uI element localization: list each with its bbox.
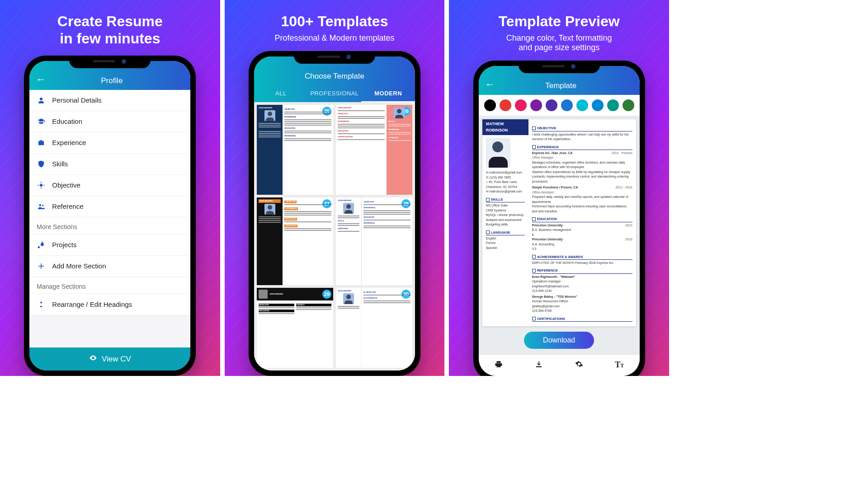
- settings-icon[interactable]: [559, 355, 599, 376]
- template-card-26[interactable]: 26 SKILLSREFERENCELANGUAGE JOHN MATHEWOB…: [336, 105, 412, 195]
- people-icon: [37, 202, 46, 211]
- row-experience[interactable]: Experience: [29, 132, 190, 154]
- svg-point-4: [92, 357, 94, 359]
- row-education[interactable]: Education: [29, 111, 190, 132]
- color-swatch-8[interactable]: [607, 99, 619, 111]
- color-swatch-9[interactable]: [623, 99, 634, 111]
- row-personal-details[interactable]: Personal Details: [29, 90, 190, 111]
- color-swatch-1[interactable]: [500, 99, 511, 111]
- text-format-icon[interactable]: TT: [599, 355, 640, 376]
- template-grid[interactable]: 25 JOHN MATHEW OBJECTIVEEXPERIENCEEDUCAT…: [254, 102, 415, 371]
- resume-preview: MATHEW ROBINSON ✉ matrobson@gmail.com ✆ …: [482, 119, 636, 326]
- resume-name: MATHEW ROBINSON: [482, 119, 528, 135]
- phone-frame-3: ← Template MATHEW ROBINSON ✉ matrobson@g…: [473, 61, 645, 376]
- education-icon: [37, 117, 46, 126]
- profile-title: Profile: [39, 76, 184, 85]
- panel-create-resume: Create Resumein few minutes ← Profile Pe…: [0, 0, 220, 376]
- sort-icon: [37, 300, 46, 309]
- row-projects[interactable]: Projects: [29, 235, 190, 256]
- panel3-heading: Template Preview Change color, Text form…: [491, 0, 627, 61]
- more-sections-label: More Sections: [29, 217, 190, 235]
- badge-27: 27: [322, 199, 331, 208]
- tab-all[interactable]: ALL: [254, 85, 308, 102]
- row-rearrange[interactable]: Rearrange / Edit Headings: [29, 294, 190, 315]
- eye-icon: [89, 354, 97, 364]
- print-icon[interactable]: [479, 355, 519, 376]
- manage-sections-label: Manage Sections: [29, 277, 190, 294]
- template-card-30[interactable]: 30 JOHN MATHEW ◆ OBJECTIVE◆ EXPERIENCE: [336, 288, 412, 368]
- template-appbar: ← Template: [479, 66, 640, 95]
- plus-icon: [37, 262, 46, 271]
- svg-point-3: [42, 205, 43, 206]
- svg-point-0: [40, 98, 42, 100]
- template-card-28[interactable]: 28 JOHN MATHEWSKILLSLANGUAGE OBJECTIVEEX…: [336, 197, 412, 286]
- tab-modern[interactable]: MODERN: [361, 85, 415, 102]
- panel1-heading: Create Resumein few minutes: [50, 0, 170, 56]
- avatar: [486, 138, 510, 168]
- panel-templates: 100+ Templates Professional & Modern tem…: [225, 0, 445, 376]
- color-swatch-7[interactable]: [592, 99, 604, 111]
- row-add-more-section[interactable]: Add More Section: [29, 256, 190, 277]
- download-icon[interactable]: [519, 355, 559, 376]
- download-button[interactable]: Download: [524, 332, 594, 349]
- panel-preview: Template Preview Change color, Text form…: [449, 0, 669, 376]
- color-swatch-3[interactable]: [530, 99, 542, 111]
- row-skills[interactable]: Skills: [29, 154, 190, 175]
- template-card-25[interactable]: 25 JOHN MATHEW OBJECTIVEEXPERIENCEEDUCAT…: [257, 105, 333, 195]
- row-reference[interactable]: Reference: [29, 196, 190, 217]
- target-icon: [37, 181, 46, 190]
- color-swatch-2[interactable]: [515, 99, 527, 111]
- choose-title: Choose Template: [260, 72, 409, 81]
- briefcase-icon: [37, 138, 46, 147]
- template-title: Template: [489, 81, 633, 90]
- phone-frame-2: Choose Template ALL PROFESSIONAL MODERN …: [249, 51, 420, 376]
- choose-appbar: Choose Template: [254, 56, 415, 85]
- profile-appbar: ← Profile: [29, 61, 190, 90]
- svg-point-2: [39, 204, 42, 206]
- template-card-29[interactable]: 29 JOHN MATHEW OBJECTIVEEDUCATIONCONTACT: [257, 288, 333, 368]
- panel2-heading: 100+ Templates Professional & Modern tem…: [267, 0, 401, 51]
- template-card-27[interactable]: 27 JOHN MATHEW OBJECTIVEEXPERIENCEEDUCAT…: [257, 197, 333, 286]
- view-cv-button[interactable]: View CV: [29, 347, 190, 371]
- badge-28: 28: [401, 199, 410, 208]
- row-objective[interactable]: Objective: [29, 175, 190, 196]
- color-swatch-4[interactable]: [546, 99, 557, 111]
- color-swatch-0[interactable]: [484, 99, 496, 111]
- color-swatch-6[interactable]: [576, 99, 588, 111]
- tab-professional[interactable]: PROFESSIONAL: [308, 85, 362, 102]
- color-swatch-5[interactable]: [561, 99, 573, 111]
- shield-icon: [37, 160, 46, 169]
- phone-frame-1: ← Profile Personal Details Education Exp…: [24, 56, 196, 376]
- template-tabs: ALL PROFESSIONAL MODERN: [254, 85, 415, 102]
- bottom-toolbar: TT: [479, 354, 640, 376]
- person-icon: [37, 96, 46, 105]
- svg-point-1: [40, 184, 42, 187]
- color-palette: [479, 95, 640, 116]
- rocket-icon: [37, 240, 46, 249]
